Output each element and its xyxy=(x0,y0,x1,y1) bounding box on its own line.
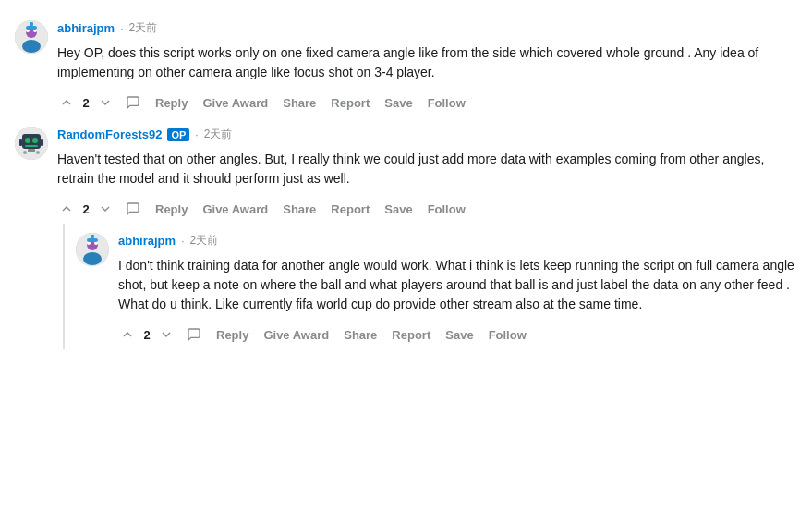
comment-header-comment-2: RandomForests92 OP · 2天前 xyxy=(57,127,797,142)
comment-thread: abhirajpm · 2天前 Hey OP, does this script… xyxy=(15,11,797,349)
comment-body-comment-1: abhirajpm · 2天前 Hey OP, does this script… xyxy=(57,20,797,112)
vote-section-comment-2: 2 xyxy=(57,200,115,218)
svg-rect-12 xyxy=(19,139,22,146)
avatar-comment-3 xyxy=(76,233,109,266)
svg-rect-14 xyxy=(28,149,35,152)
svg-point-2 xyxy=(22,40,41,53)
svg-point-10 xyxy=(32,138,38,143)
comment-actions-comment-3: 2 ReplyGive AwardShareReportSaveFollow xyxy=(118,325,797,344)
comment-body-comment-2: RandomForests92 OP · 2天前 Haven't tested … xyxy=(57,127,797,218)
timestamp-comment-3: 2天前 xyxy=(189,233,218,249)
upvote-button-comment-3[interactable] xyxy=(118,325,137,344)
save-button[interactable]: Save xyxy=(442,326,477,344)
give_award-button[interactable]: Give Award xyxy=(260,326,333,344)
username-comment-3[interactable]: abhirajpm xyxy=(118,234,176,248)
vote-count-comment-2: 2 xyxy=(79,202,92,216)
downvote-button-comment-1[interactable] xyxy=(96,93,115,112)
comment-icon-button-comment-3 xyxy=(183,325,205,344)
svg-rect-5 xyxy=(26,26,37,30)
comment-3: abhirajpm · 2天前 I don't think training d… xyxy=(63,224,797,349)
comment-header-comment-1: abhirajpm · 2天前 xyxy=(57,20,797,36)
svg-rect-23 xyxy=(91,235,94,238)
comment-text-comment-1: Hey OP, does this script works only on o… xyxy=(57,43,797,82)
follow-button[interactable]: Follow xyxy=(424,201,469,218)
downvote-button-comment-2[interactable] xyxy=(96,200,115,218)
comment-text-comment-3: I don't think training data for another … xyxy=(118,256,797,314)
svg-point-15 xyxy=(23,151,27,154)
give_award-button[interactable]: Give Award xyxy=(199,94,272,112)
comment-actions-comment-1: 2 ReplyGive AwardShareReportSaveFollow xyxy=(57,93,797,112)
vote-count-comment-1: 2 xyxy=(79,96,92,110)
reply-button[interactable]: Reply xyxy=(151,94,191,112)
comment-text-comment-2: Haven't tested that on other angles. But… xyxy=(57,150,797,189)
svg-point-16 xyxy=(36,151,40,154)
username-comment-2[interactable]: RandomForests92 xyxy=(57,128,162,141)
comment-1: abhirajpm · 2天前 Hey OP, does this script… xyxy=(15,11,797,117)
upvote-button-comment-1[interactable] xyxy=(57,93,76,112)
reply-button[interactable]: Reply xyxy=(212,326,252,344)
comment-actions-comment-2: 2 ReplyGive AwardShareReportSaveFollow xyxy=(57,200,797,218)
comment-header-comment-3: abhirajpm · 2天前 xyxy=(118,233,797,249)
report-button[interactable]: Report xyxy=(388,326,434,344)
vote-count-comment-3: 2 xyxy=(140,328,153,342)
timestamp-comment-2: 2天前 xyxy=(204,127,233,142)
give_award-button[interactable]: Give Award xyxy=(199,201,272,218)
save-button[interactable]: Save xyxy=(381,201,416,218)
share-button[interactable]: Share xyxy=(279,201,320,218)
reply-button[interactable]: Reply xyxy=(151,201,191,218)
share-button[interactable]: Share xyxy=(340,326,381,344)
comment-icon-button-comment-1 xyxy=(122,93,144,112)
svg-rect-13 xyxy=(41,139,43,146)
comment-icon-button-comment-2 xyxy=(122,200,144,218)
vote-section-comment-3: 2 xyxy=(118,325,176,344)
save-button[interactable]: Save xyxy=(381,94,416,112)
comment-2: RandomForests92 OP · 2天前 Haven't tested … xyxy=(15,117,797,224)
svg-point-9 xyxy=(25,138,30,143)
svg-rect-6 xyxy=(30,22,33,26)
vote-section-comment-1: 2 xyxy=(57,93,115,112)
avatar-comment-2 xyxy=(15,127,48,160)
avatar-comment-1 xyxy=(15,20,48,54)
follow-button[interactable]: Follow xyxy=(424,94,469,112)
report-button[interactable]: Report xyxy=(327,201,373,218)
timestamp-comment-1: 2天前 xyxy=(128,20,157,36)
username-comment-1[interactable]: abhirajpm xyxy=(57,21,115,35)
downvote-button-comment-3[interactable] xyxy=(157,325,176,344)
op-badge-comment-2: OP xyxy=(167,128,189,141)
svg-rect-11 xyxy=(25,145,38,147)
upvote-button-comment-2[interactable] xyxy=(57,200,76,218)
share-button[interactable]: Share xyxy=(279,94,320,112)
comment-body-comment-3: abhirajpm · 2天前 I don't think training d… xyxy=(118,233,797,344)
svg-point-19 xyxy=(83,252,102,265)
svg-rect-22 xyxy=(87,238,98,242)
follow-button[interactable]: Follow xyxy=(485,326,530,344)
report-button[interactable]: Report xyxy=(327,94,373,112)
